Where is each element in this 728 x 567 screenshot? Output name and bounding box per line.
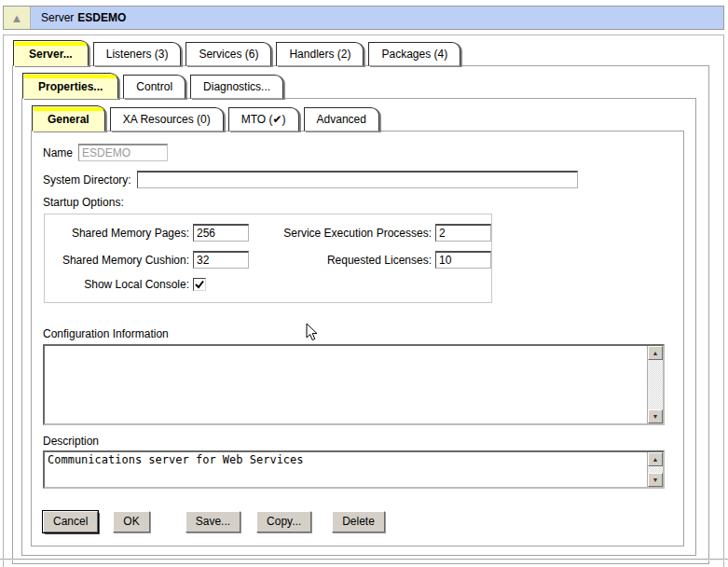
- startup-options-group: Shared Memory Pages: Service Execution P…: [44, 214, 492, 303]
- tab-row-level2: Properties... Control Diagnostics...: [13, 73, 708, 99]
- bottom-divider: [0, 559, 728, 560]
- configuration-information-textarea[interactable]: ▲ ▼: [43, 344, 665, 425]
- tab-diagnostics[interactable]: Diagnostics...: [190, 75, 283, 99]
- save-button[interactable]: Save...: [185, 511, 240, 532]
- tab-row-level1: Server... Listeners (3) Services (6) Han…: [4, 40, 723, 66]
- tab-services[interactable]: Services (6): [185, 42, 271, 66]
- server-tab-panel: Properties... Control Diagnostics... Gen…: [12, 65, 709, 564]
- server-frame: Server... Listeners (3) Services (6) Han…: [3, 35, 724, 567]
- header-title: Server ESDEMO: [31, 7, 723, 29]
- tab-general[interactable]: General: [32, 105, 105, 131]
- cancel-button[interactable]: Cancel: [43, 511, 98, 532]
- server-header-bar: ▲ Server ESDEMO: [3, 6, 724, 30]
- tab-listeners[interactable]: Listeners (3): [93, 42, 182, 66]
- configuration-information-text: [45, 346, 646, 423]
- tab-xa-resources[interactable]: XA Resources (0): [110, 107, 224, 131]
- name-label: Name: [43, 146, 73, 159]
- shared-memory-cushion-label: Shared Memory Cushion:: [45, 254, 189, 267]
- scroll-down-icon[interactable]: ▼: [648, 473, 663, 487]
- header-prefix: Server: [41, 11, 74, 24]
- startup-options-label: Startup Options:: [43, 196, 672, 209]
- name-field[interactable]: [78, 144, 168, 161]
- requested-licenses-label: Requested Licenses:: [254, 254, 432, 267]
- tab-server[interactable]: Server...: [13, 40, 89, 66]
- shared-memory-pages-field[interactable]: [193, 224, 249, 242]
- description-label: Description: [43, 435, 672, 448]
- tab-packages[interactable]: Packages (4): [368, 42, 460, 66]
- show-local-console-label: Show Local Console:: [45, 278, 189, 291]
- description-textarea[interactable]: Communications server for Web Services ▲…: [43, 450, 665, 489]
- tab-mto[interactable]: MTO (✔): [228, 107, 299, 131]
- system-directory-field[interactable]: [137, 171, 578, 188]
- collapse-toggle[interactable]: ▲: [4, 7, 31, 29]
- copy-button[interactable]: Copy...: [256, 511, 311, 532]
- configuration-information-label: Configuration Information: [43, 327, 672, 340]
- properties-tab-panel: General XA Resources (0) MTO (✔) Advance…: [21, 98, 696, 556]
- shared-memory-pages-label: Shared Memory Pages:: [45, 227, 189, 240]
- scroll-down-icon[interactable]: ▼: [648, 409, 663, 423]
- general-tab-panel: Name System Directory: Startup Options: …: [31, 131, 684, 546]
- triangle-up-icon: ▲: [11, 12, 23, 24]
- description-scrollbar[interactable]: ▲ ▼: [647, 452, 663, 487]
- system-directory-label: System Directory:: [43, 173, 131, 187]
- tab-advanced[interactable]: Advanced: [304, 107, 379, 131]
- tab-handlers[interactable]: Handlers (2): [276, 42, 364, 66]
- shared-memory-cushion-field[interactable]: [193, 251, 249, 269]
- header-server-name: ESDEMO: [77, 11, 126, 24]
- description-text: Communications server for Web Services: [45, 452, 646, 487]
- action-button-row: Cancel OK Save... Copy... Delete: [43, 511, 672, 532]
- config-scrollbar[interactable]: ▲ ▼: [647, 346, 663, 423]
- ok-button[interactable]: OK: [113, 511, 149, 532]
- requested-licenses-field[interactable]: [435, 251, 491, 269]
- delete-button[interactable]: Delete: [332, 511, 385, 532]
- tab-control[interactable]: Control: [123, 75, 185, 99]
- show-local-console-checkbox[interactable]: [193, 278, 206, 291]
- service-execution-processes-field[interactable]: [435, 224, 491, 242]
- tab-row-level3: General XA Resources (0) MTO (✔) Advance…: [22, 105, 695, 131]
- scroll-up-icon[interactable]: ▲: [648, 346, 663, 360]
- checkmark-icon: [195, 280, 204, 289]
- service-execution-processes-label: Service Execution Processes:: [254, 227, 432, 240]
- tab-properties[interactable]: Properties...: [22, 73, 118, 99]
- scroll-up-icon[interactable]: ▲: [648, 452, 663, 466]
